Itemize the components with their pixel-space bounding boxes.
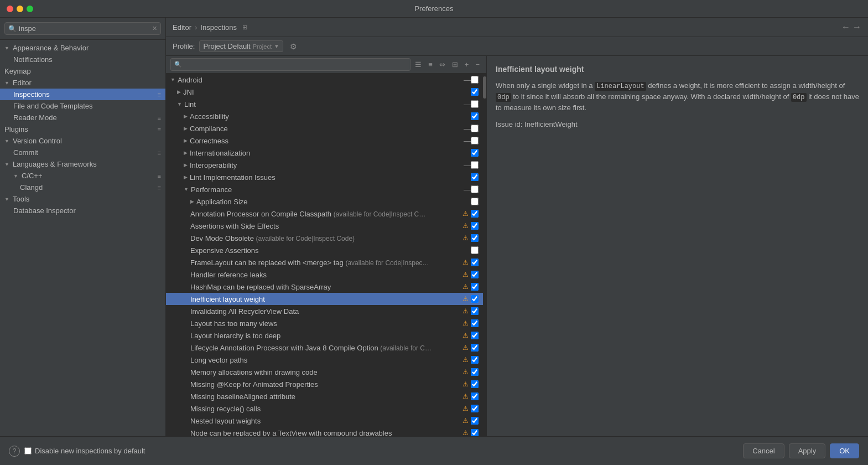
insp-checkbox[interactable] (471, 259, 479, 266)
add-button[interactable]: + (462, 59, 471, 70)
insp-row-missing-baseline[interactable]: Missing baselineAligned attribute ⚠ (166, 390, 483, 402)
sidebar-item-tools[interactable]: ▼ Tools (0, 193, 165, 205)
sidebar-item-cpp[interactable]: ▼ C/C++ ≡ (0, 170, 165, 182)
group-lint-impl[interactable]: ▶ Lint Implementation Issues (166, 171, 483, 183)
insp-checkbox[interactable] (471, 210, 479, 218)
group-jni[interactable]: ▶ JNI (166, 86, 483, 98)
group-checkbox-accessibility[interactable] (471, 112, 479, 120)
collapse-button[interactable]: ⇔ (437, 59, 448, 70)
insp-checkbox[interactable] (471, 356, 479, 364)
expand-all-button[interactable]: ≡ (426, 59, 435, 70)
insp-row-framelayout[interactable]: FrameLayout can be replaced with <merge>… (166, 256, 483, 268)
sidebar-item-clangd[interactable]: Clangd ≡ (0, 182, 165, 193)
group-checkbox-jni[interactable] (471, 88, 479, 96)
insp-checkbox[interactable] (471, 332, 479, 339)
minimize-button[interactable] (17, 6, 23, 12)
sidebar-item-editor[interactable]: ▼ Editor (0, 77, 165, 89)
insp-checkbox[interactable] (471, 417, 479, 425)
insp-row-memory-alloc[interactable]: Memory allocations within drawing code ⚠ (166, 366, 483, 378)
inspections-search-input[interactable] (184, 60, 407, 69)
insp-checkbox[interactable] (471, 222, 479, 230)
sidebar-item-keymap[interactable]: Keymap (0, 65, 165, 77)
group-checkbox-lint[interactable] (471, 100, 479, 108)
group-checkbox-performance[interactable] (471, 185, 479, 193)
remove-button[interactable]: − (473, 59, 482, 70)
group-accessibility[interactable]: ▶ Accessibility (166, 110, 483, 122)
group-button[interactable]: ⊞ (450, 59, 460, 70)
help-icon[interactable]: ? (9, 446, 20, 457)
sidebar-item-file-code-templates[interactable]: File and Code Templates (0, 100, 165, 112)
inspections-search[interactable]: 🔍 (170, 58, 410, 71)
group-i18n[interactable]: ▶ Internationalization (166, 147, 483, 159)
insp-checkbox[interactable] (471, 344, 479, 352)
profile-select-dropdown[interactable]: Project Default Project ▼ (199, 40, 283, 52)
insp-checkbox[interactable] (471, 295, 479, 303)
group-checkbox[interactable] (471, 76, 479, 84)
insp-row-invalidating-rv[interactable]: Invalidating All RecyclerView Data ⚠ (166, 305, 483, 317)
insp-checkbox[interactable] (471, 319, 479, 327)
insp-row-layout-hierarchy[interactable]: Layout hierarchy is too deep ⚠ (166, 329, 483, 342)
sidebar-item-commit[interactable]: Commit ≡ (0, 147, 165, 158)
group-interop[interactable]: ▶ Interoperability — (166, 159, 483, 171)
sidebar-item-reader-mode[interactable]: Reader Mode ≡ (0, 112, 165, 123)
group-checkbox-correctness[interactable] (471, 137, 479, 144)
insp-checkbox[interactable] (471, 380, 479, 388)
sidebar-item-plugins[interactable]: Plugins ≡ (0, 123, 165, 135)
filter-button[interactable]: ☰ (413, 59, 424, 70)
insp-checkbox[interactable] (471, 429, 479, 437)
group-checkbox-compliance[interactable] (471, 125, 479, 132)
scroll-thumb[interactable] (483, 76, 486, 99)
cancel-button[interactable]: Cancel (743, 443, 784, 458)
insp-checkbox[interactable] (471, 368, 479, 376)
group-checkbox-lint-impl[interactable] (471, 173, 479, 181)
sidebar-item-notifications[interactable]: Notifications (0, 54, 165, 65)
insp-row-expensive-assertions[interactable]: Expensive Assertions (166, 244, 483, 256)
sidebar-item-version-control[interactable]: ▼ Version Control (0, 135, 165, 147)
insp-row-annot-proc[interactable]: Annotation Processor on Compile Classpat… (166, 208, 483, 220)
insp-row-dev-mode[interactable]: Dev Mode Obsolete (available for Code|In… (166, 232, 483, 244)
sidebar-item-languages-frameworks[interactable]: ▼ Languages & Frameworks (0, 158, 165, 170)
insp-row-layout-views[interactable]: Layout has too many views ⚠ (166, 317, 483, 329)
group-checkbox-i18n[interactable] (471, 149, 479, 157)
insp-row-inefficient-layout[interactable]: Inefficient layout weight ⚠ (166, 293, 483, 305)
inspections-scroll-area[interactable]: ▼ Android — ▶ JNI (166, 74, 483, 465)
sidebar-item-database-inspector[interactable]: Database Inspector (0, 205, 165, 216)
insp-checkbox[interactable] (471, 307, 479, 315)
group-checkbox-app-size[interactable] (471, 198, 479, 205)
insp-row-nested-layout[interactable]: Nested layout weights ⚠ (166, 415, 483, 427)
insp-row-missing-recycle[interactable]: Missing recycle() calls ⚠ (166, 402, 483, 415)
insp-checkbox[interactable] (471, 283, 479, 291)
nav-back-button[interactable]: ← (841, 22, 850, 32)
insp-checkbox[interactable] (471, 405, 479, 412)
maximize-button[interactable] (27, 6, 33, 12)
insp-checkbox[interactable] (471, 234, 479, 242)
insp-row-lifecycle-annot[interactable]: Lifecycle Annotation Processor with Java… (166, 342, 483, 354)
scrollbar[interactable] (483, 74, 486, 465)
insp-checkbox[interactable] (471, 246, 479, 254)
close-button[interactable] (7, 6, 13, 12)
group-correctness[interactable]: ▶ Correctness — (166, 135, 483, 147)
nav-forward-button[interactable]: → (853, 22, 861, 32)
search-wrapper[interactable]: 🔍 ✕ (4, 22, 161, 35)
insp-row-hashmap[interactable]: HashMap can be replaced with SparseArray… (166, 281, 483, 293)
insp-row-assertions[interactable]: Assertions with Side Effects ⚠ (166, 220, 483, 232)
insp-row-long-vector[interactable]: Long vector paths ⚠ (166, 354, 483, 366)
insp-row-handler-leaks[interactable]: Handler reference leaks ⚠ (166, 268, 483, 281)
group-compliance[interactable]: ▶ Compliance — (166, 122, 483, 135)
group-lint[interactable]: ▼ Lint — (166, 98, 483, 110)
ok-button[interactable]: OK (830, 443, 859, 458)
pinned-icon[interactable]: ⊞ (242, 24, 247, 31)
disable-new-inspections-checkbox[interactable] (24, 447, 32, 454)
insp-checkbox[interactable] (471, 392, 479, 400)
sidebar-search-input[interactable] (19, 24, 150, 33)
insp-row-missing-keep[interactable]: Missing @Keep for Animated Properties ⚠ (166, 378, 483, 390)
group-android[interactable]: ▼ Android — (166, 74, 483, 86)
group-checkbox-interop[interactable] (471, 161, 479, 169)
group-performance[interactable]: ▼ Performance — (166, 183, 483, 195)
sidebar-item-appearance[interactable]: ▼ Appearance & Behavior (0, 42, 165, 54)
clear-icon[interactable]: ✕ (152, 25, 157, 32)
apply-button[interactable]: Apply (789, 443, 826, 458)
group-app-size[interactable]: ▶ Application Size (166, 195, 483, 208)
sidebar-item-inspections[interactable]: Inspections ≡ (0, 89, 165, 100)
profile-settings-button[interactable]: ⚙ (288, 41, 299, 52)
